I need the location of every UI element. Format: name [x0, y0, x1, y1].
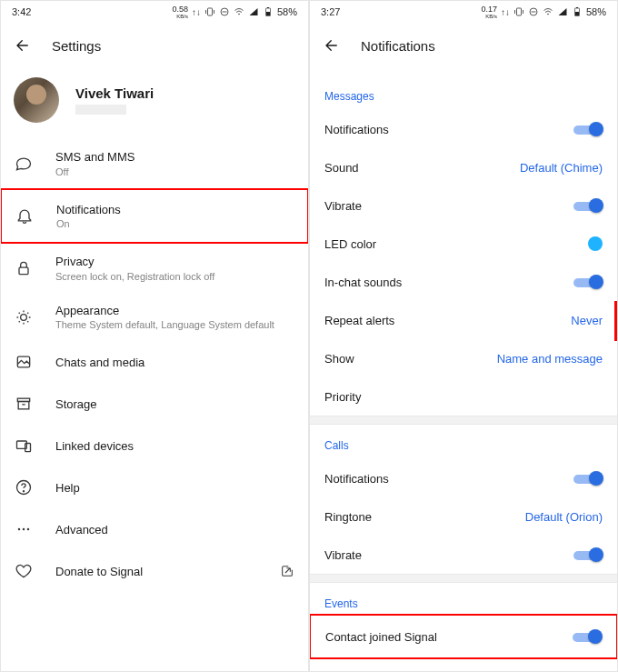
- msg-inchat-row[interactable]: In-chat sounds: [310, 263, 617, 301]
- svg-point-5: [238, 14, 240, 15]
- svg-rect-0: [207, 8, 212, 15]
- battery-icon: [263, 6, 274, 17]
- more-horizontal-icon: [14, 519, 34, 539]
- lock-icon: [14, 258, 34, 278]
- svg-point-21: [27, 528, 30, 531]
- settings-row-appearance[interactable]: Appearance Theme System default, Languag…: [1, 293, 308, 342]
- help-icon: [14, 477, 34, 497]
- calls-vibrate-row[interactable]: Vibrate: [310, 536, 617, 574]
- msg-led-row[interactable]: LED color: [310, 225, 617, 263]
- left-screenshot: 3:42 0.58 KB/s ↑↓ 58% Settings: [0, 0, 309, 672]
- status-speed: 0.58 KB/s: [172, 5, 188, 19]
- arrows-icon: ↑↓: [192, 7, 201, 17]
- status-bar: 3:42 0.58 KB/s ↑↓ 58%: [1, 1, 308, 23]
- vibrate-icon: [513, 6, 524, 17]
- highlight-edge: [614, 301, 618, 341]
- calls-notifications-row[interactable]: Notifications: [310, 459, 617, 497]
- toggle-switch[interactable]: [573, 470, 603, 486]
- svg-rect-22: [516, 8, 521, 15]
- row-title: Advanced: [55, 523, 295, 537]
- settings-row-linked[interactable]: Linked devices: [1, 425, 308, 466]
- toggle-switch[interactable]: [573, 274, 603, 290]
- row-title: Notifications: [56, 203, 294, 217]
- back-button[interactable]: [14, 36, 32, 55]
- row-title: Storage: [55, 397, 295, 412]
- external-link-icon: [279, 563, 295, 579]
- svg-rect-7: [266, 12, 270, 15]
- vibrate-icon: [204, 6, 215, 17]
- row-title: Priority: [324, 390, 361, 404]
- row-sub: Off: [55, 166, 295, 177]
- svg-rect-29: [575, 12, 579, 15]
- events-highlight-box: Contact joined Signal: [309, 614, 618, 659]
- settings-row-donate[interactable]: Donate to Signal: [1, 550, 308, 592]
- bell-icon: [15, 206, 35, 226]
- image-icon: [14, 352, 34, 372]
- dnd-icon: [528, 6, 539, 17]
- section-header-calls: Calls: [310, 425, 617, 459]
- row-title: Contact joined Signal: [325, 630, 437, 644]
- settings-row-help[interactable]: Help: [1, 466, 308, 508]
- battery-percent: 58%: [586, 6, 606, 17]
- toggle-switch[interactable]: [573, 547, 603, 563]
- notifications-header: Notifications: [310, 23, 617, 68]
- profile-sub-redacted: [75, 105, 126, 115]
- msg-show-row[interactable]: Show Name and message: [310, 339, 617, 377]
- svg-point-18: [24, 491, 25, 492]
- arrow-left-icon: [324, 37, 340, 54]
- section-header-events: Events: [310, 583, 617, 614]
- heart-icon: [14, 561, 34, 581]
- row-value: Default (Orion): [525, 510, 603, 524]
- msg-priority-row[interactable]: Priority: [310, 377, 617, 416]
- calls-ringtone-row[interactable]: Ringtone Default (Orion): [310, 497, 617, 536]
- status-right: 0.58 KB/s ↑↓ 58%: [172, 5, 297, 19]
- toggle-switch[interactable]: [573, 197, 603, 214]
- status-right: 0.17 KB/s ↑↓ 58%: [481, 5, 606, 19]
- row-title: Help: [55, 481, 295, 496]
- row-title: In-chat sounds: [324, 276, 402, 289]
- row-title: Vibrate: [324, 199, 362, 213]
- wifi-icon: [543, 6, 553, 17]
- battery-icon: [572, 6, 583, 17]
- right-screenshot: 3:27 0.17 KB/s ↑↓ 58% Notifications M: [309, 0, 618, 672]
- row-title: Privacy: [55, 255, 295, 269]
- settings-row-storage[interactable]: Storage: [1, 383, 308, 425]
- msg-sound-row[interactable]: Sound Default (Chime): [310, 148, 617, 186]
- section-divider: [310, 574, 617, 583]
- settings-row-notifications[interactable]: Notifications On: [0, 188, 309, 245]
- devices-icon: [14, 436, 34, 456]
- row-value: Name and message: [497, 352, 603, 366]
- status-time: 3:42: [12, 6, 31, 17]
- status-bar: 3:27 0.17 KB/s ↑↓ 58%: [310, 1, 617, 23]
- toggle-switch[interactable]: [573, 628, 602, 645]
- msg-notifications-row[interactable]: Notifications: [310, 110, 617, 148]
- row-sub: Screen lock on, Registration lock off: [55, 271, 295, 282]
- row-title: Show: [324, 352, 354, 366]
- settings-row-sms[interactable]: SMS and MMS Off: [1, 139, 308, 188]
- arrows-icon: ↑↓: [501, 7, 510, 17]
- svg-rect-30: [576, 7, 578, 8]
- msg-vibrate-row[interactable]: Vibrate: [310, 186, 617, 225]
- battery-percent: 58%: [277, 6, 297, 17]
- arrow-left-icon: [15, 37, 31, 54]
- msg-repeat-row[interactable]: Repeat alerts Never: [310, 301, 617, 339]
- settings-header: Settings: [1, 23, 308, 68]
- settings-row-privacy[interactable]: Privacy Screen lock on, Registration loc…: [1, 244, 308, 293]
- row-title: Donate to Signal: [55, 565, 257, 579]
- svg-point-20: [23, 528, 25, 531]
- settings-row-advanced[interactable]: Advanced: [1, 508, 308, 550]
- settings-row-chats[interactable]: Chats and media: [1, 341, 308, 383]
- row-title: Chats and media: [55, 356, 295, 370]
- wifi-icon: [234, 6, 244, 17]
- row-sub: Theme System default, Language System de…: [55, 319, 295, 330]
- row-title: Linked devices: [55, 439, 295, 454]
- toggle-switch[interactable]: [573, 121, 603, 137]
- profile-row[interactable]: Vivek Tiwari: [1, 68, 308, 139]
- row-title: Appearance: [55, 304, 295, 318]
- page-title: Settings: [52, 38, 101, 54]
- signal-icon: [248, 6, 259, 17]
- events-contact-joined-row[interactable]: Contact joined Signal: [311, 616, 616, 657]
- row-title: Notifications: [324, 472, 389, 486]
- back-button[interactable]: [323, 36, 341, 55]
- dnd-icon: [219, 6, 230, 17]
